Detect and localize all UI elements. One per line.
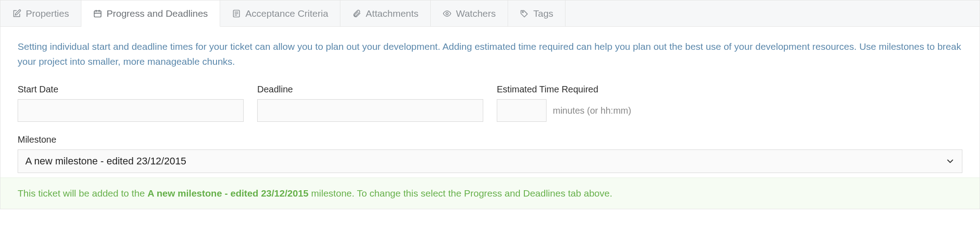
estimated-time-wrap: minutes (or hh:mm) — [497, 99, 631, 122]
estimated-time-hint: minutes (or hh:mm) — [553, 106, 631, 116]
milestone-select-wrap: A new milestone - edited 23/12/2015 — [18, 149, 962, 173]
date-row: Start Date Deadline Estimated Time Requi… — [18, 84, 962, 122]
tab-label: Attachments — [366, 9, 419, 18]
calendar-icon — [93, 9, 102, 18]
tab-tags[interactable]: Tags — [508, 0, 565, 26]
milestone-select-value: A new milestone - edited 23/12/2015 — [25, 155, 186, 167]
svg-point-9 — [522, 11, 523, 13]
deadline-input[interactable] — [257, 99, 483, 122]
tab-properties[interactable]: Properties — [0, 0, 81, 26]
milestone-field: Milestone A new milestone - edited 23/12… — [18, 135, 962, 173]
tab-label: Properties — [26, 9, 69, 18]
ticket-settings-panel: Properties Progress and Deadlines Accept… — [0, 0, 980, 209]
tab-label: Tags — [533, 9, 553, 18]
help-text: Setting individual start and deadline ti… — [18, 39, 962, 69]
estimated-time-label: Estimated Time Required — [497, 84, 631, 95]
tab-attachments[interactable]: Attachments — [340, 0, 431, 26]
start-date-field: Start Date — [18, 84, 244, 122]
milestone-select[interactable]: A new milestone - edited 23/12/2015 — [18, 149, 962, 173]
paperclip-icon — [352, 9, 361, 18]
svg-rect-0 — [94, 11, 101, 17]
tag-icon — [520, 9, 529, 18]
notice-suffix: milestone. To change this select the Pro… — [309, 188, 612, 198]
deadline-label: Deadline — [257, 84, 483, 95]
tab-bar: Properties Progress and Deadlines Accept… — [0, 0, 980, 27]
estimated-time-input[interactable] — [497, 99, 547, 122]
milestone-notice: This ticket will be added to the A new m… — [0, 178, 980, 209]
deadline-field: Deadline — [257, 84, 483, 122]
start-date-input[interactable] — [18, 99, 244, 122]
notice-milestone-name: A new milestone - edited 23/12/2015 — [147, 188, 308, 198]
svg-point-8 — [446, 12, 448, 14]
tab-label: Watchers — [456, 9, 496, 18]
tab-label: Acceptance Criteria — [245, 9, 328, 18]
notice-prefix: This ticket will be added to the — [18, 188, 147, 198]
start-date-label: Start Date — [18, 84, 244, 95]
milestone-label: Milestone — [18, 135, 962, 145]
tab-acceptance-criteria[interactable]: Acceptance Criteria — [220, 0, 340, 26]
tab-content: Setting individual start and deadline ti… — [0, 27, 980, 178]
eye-icon — [443, 9, 452, 18]
edit-icon — [12, 9, 21, 18]
estimated-time-field: Estimated Time Required minutes (or hh:m… — [497, 84, 631, 122]
tab-progress-and-deadlines[interactable]: Progress and Deadlines — [81, 0, 220, 27]
tab-watchers[interactable]: Watchers — [431, 0, 508, 26]
document-icon — [232, 9, 241, 18]
tab-label: Progress and Deadlines — [107, 9, 208, 18]
